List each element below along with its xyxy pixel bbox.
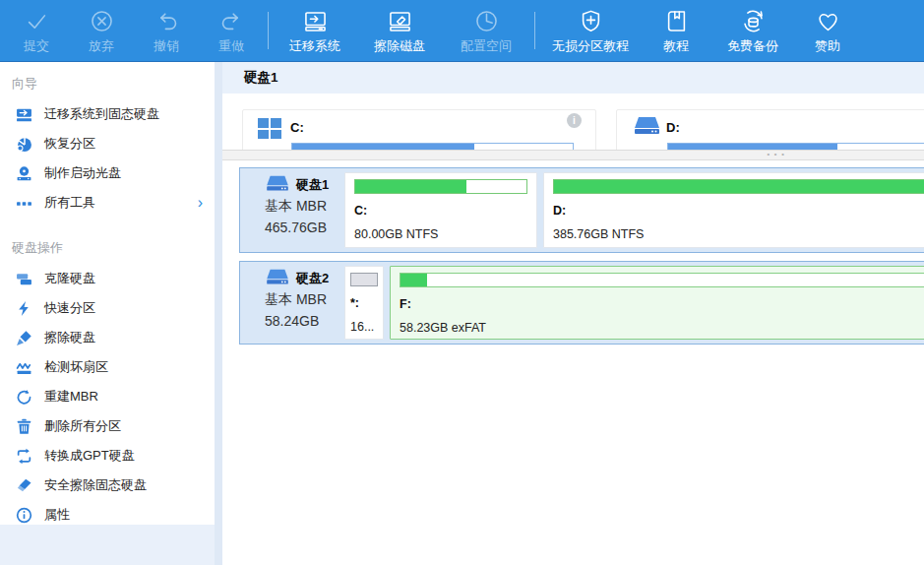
toolbar: 提交 放弃 撤销 重做 迁移系统 擦除磁盘 配置空间 无损分区教程 教程 免费备… (0, 0, 924, 62)
info-icon[interactable]: i (567, 113, 582, 128)
sidebar-item-rebuild-mbr[interactable]: 重建MBR (0, 382, 215, 411)
toolbar-separator (534, 12, 535, 49)
sidebar-item-label: 转换成GPT硬盘 (44, 447, 135, 465)
more-dots-icon (16, 195, 32, 212)
sponsor-button[interactable]: 赞助 (795, 0, 860, 61)
sponsor-label: 赞助 (815, 37, 840, 55)
erase-disk-button[interactable]: 擦除磁盘 (357, 0, 442, 61)
sidebar-item-label: 安全擦除固态硬盘 (44, 476, 147, 494)
info-icon (16, 507, 32, 524)
partition-usage-bar (400, 273, 924, 287)
sidebar-item-all-tools[interactable]: 所有工具 › (0, 188, 215, 218)
configure-space-button[interactable]: 配置空间 (442, 0, 530, 61)
overview-usage-bar-c (291, 143, 574, 150)
backup-icon (740, 8, 767, 34)
partition-detail: 58.23GB exFAT (400, 321, 924, 335)
overview-splitter-handle[interactable]: ··· (222, 150, 924, 160)
free-backup-button[interactable]: 免费备份 (710, 0, 795, 61)
sidebar-item-check-bad-sectors[interactable]: 检测坏扇区 (0, 352, 215, 382)
erase-disk-label: 擦除磁盘 (374, 37, 425, 55)
partition-usage-bar (350, 273, 378, 286)
drive-icon (634, 116, 660, 138)
partition-c[interactable]: C: 80.00GB NTFS (344, 172, 537, 248)
disk2-info[interactable]: 硬盘2 基本 MBR 58.24GB (240, 262, 344, 344)
undo-label: 撤销 (154, 37, 179, 55)
configure-space-label: 配置空间 (461, 37, 512, 55)
submit-button[interactable]: 提交 (4, 0, 69, 61)
overview-card-c[interactable]: C: i (242, 109, 596, 150)
partition-usage-bar (553, 179, 924, 194)
sidebar-item-quick-partition[interactable]: 快速分区 (0, 293, 215, 323)
boot-disc-icon (16, 165, 32, 182)
overview-drive-letter: D: (666, 120, 680, 135)
discard-icon (89, 8, 115, 34)
sidebar-item-wipe-disk[interactable]: 擦除硬盘 (0, 323, 215, 352)
shield-plus-icon (578, 8, 604, 34)
partition-unnamed[interactable]: *: 16... (344, 266, 384, 340)
lossless-partition-tutorial-label: 无损分区教程 (552, 37, 629, 55)
discard-button[interactable]: 放弃 (69, 0, 134, 61)
pie-chart-icon (16, 136, 32, 153)
sidebar-item-migrate-to-ssd[interactable]: 迁移系统到固态硬盘 (0, 99, 215, 129)
disk-size: 465.76GB (265, 220, 344, 235)
disk-name: 硬盘1 (296, 176, 329, 194)
tutorial-button[interactable]: 教程 (642, 0, 710, 61)
tab-disk1[interactable]: 硬盘1 (222, 62, 292, 94)
disk-size: 58.24GB (265, 313, 344, 329)
sidebar-item-secure-erase-ssd[interactable]: 安全擦除固态硬盘 (0, 471, 215, 500)
partition-detail: 16... (350, 320, 378, 334)
heart-icon (815, 8, 841, 34)
disk-name: 硬盘2 (296, 270, 329, 287)
undo-button[interactable]: 撤销 (134, 0, 199, 61)
partition-letter: F: (400, 297, 924, 311)
lightning-icon (16, 300, 32, 317)
redo-label: 重做 (218, 37, 244, 55)
partition-detail: 80.00GB NTFS (354, 227, 527, 241)
undo-icon (154, 8, 180, 34)
migrate-ssd-icon (16, 106, 32, 123)
drive-icon (265, 269, 290, 287)
migrate-disk-icon (302, 8, 329, 34)
sidebar-item-convert-to-gpt[interactable]: 转换成GPT硬盘 (0, 441, 215, 471)
partition-f-selected[interactable]: F: 58.23GB exFAT (390, 266, 924, 340)
disk-row-2[interactable]: 硬盘2 基本 MBR 58.24GB *: 16... F: 58.23GB e… (239, 261, 924, 345)
drive-icon (265, 175, 290, 194)
submit-label: 提交 (24, 37, 49, 55)
sidebar-item-label: 检测坏扇区 (44, 358, 108, 376)
check-icon (24, 8, 50, 34)
book-icon (663, 8, 690, 34)
tutorial-label: 教程 (663, 37, 689, 55)
redo-button[interactable]: 重做 (199, 0, 264, 61)
wipe-brush-icon (16, 330, 32, 346)
splitter-dots-icon: ··· (767, 147, 788, 161)
secure-erase-icon (16, 477, 32, 494)
disk-type: 基本 MBR (265, 198, 344, 216)
convert-gpt-icon (16, 448, 32, 465)
sidebar-bottom-filler (0, 525, 215, 565)
partition-d[interactable]: D: 385.76GB NTFS (543, 172, 924, 248)
sidebar-item-label: 所有工具 (44, 194, 95, 212)
sidebar-item-label: 恢复分区 (44, 135, 95, 153)
partition-letter: D: (553, 204, 924, 218)
sidebar-item-make-boot-disc[interactable]: 制作启动光盘 (0, 158, 215, 188)
overview-usage-bar-d (667, 143, 924, 150)
discard-label: 放弃 (89, 37, 114, 55)
bad-sector-wave-icon (16, 359, 32, 376)
sidebar-item-label: 迁移系统到固态硬盘 (44, 105, 159, 123)
disk-overview-panel: C: i D: (222, 95, 924, 150)
disk1-info[interactable]: 硬盘1 基本 MBR 465.76GB (240, 168, 344, 252)
erase-disk-icon (387, 8, 413, 34)
main-panel: 硬盘1 C: i D: ··· (222, 62, 924, 565)
sidebar-item-recover-partition[interactable]: 恢复分区 (0, 129, 215, 158)
disk-list-area: 硬盘1 基本 MBR 465.76GB C: 80.00GB NTFS D: 3… (222, 160, 924, 565)
sidebar: 向导 迁移系统到固态硬盘 恢复分区 制作启动光盘 所有工具 › 硬盘操作 克隆硬… (0, 62, 215, 525)
sidebar-item-clone-disk[interactable]: 克隆硬盘 (0, 264, 215, 293)
sidebar-item-delete-all-partitions[interactable]: 删除所有分区 (0, 411, 215, 441)
disk-row-1[interactable]: 硬盘1 基本 MBR 465.76GB C: 80.00GB NTFS D: 3… (239, 167, 924, 253)
sidebar-item-label: 属性 (44, 506, 70, 524)
partition-usage-bar (354, 179, 527, 194)
redo-icon (218, 8, 245, 34)
migrate-system-button[interactable]: 迁移系统 (273, 0, 357, 61)
overview-card-d[interactable]: D: (616, 109, 924, 150)
lossless-partition-tutorial-button[interactable]: 无损分区教程 (539, 0, 642, 61)
